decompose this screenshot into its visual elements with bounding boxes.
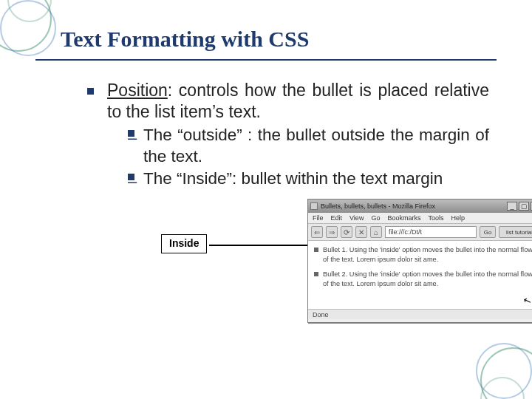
browser-title-text: Bullets, bullets, bullets - Mozilla Fire… xyxy=(321,202,435,210)
maximize-button[interactable]: ▢ xyxy=(519,202,529,211)
menu-view[interactable]: View xyxy=(349,214,364,222)
browser-window: Bullets, bullets, bullets - Mozilla Fire… xyxy=(307,199,532,323)
dash-bullet-icon: – xyxy=(128,130,134,137)
go-button[interactable]: Go xyxy=(480,226,496,238)
home-button[interactable]: ⌂ xyxy=(370,226,382,238)
browser-toolbar: ⇐ ⇒ ⟳ ✕ ⌂ file:///c:/Dt/t Go list tutori… xyxy=(308,224,532,241)
forward-button[interactable]: ⇒ xyxy=(326,226,338,238)
slide: Text Formatting with CSS Position: contr… xyxy=(0,0,532,399)
rendered-list-item: Bullet 1. Using the 'inside' option move… xyxy=(314,245,532,264)
menu-bookmarks[interactable]: Bookmarks xyxy=(387,214,420,222)
browser-menubar: File Edit View Go Bookmarks Tools Help xyxy=(308,213,532,224)
list-level2-text: The “Inside”: bullet within the text mar… xyxy=(143,168,489,190)
stop-button[interactable]: ✕ xyxy=(355,226,367,238)
list-level1-text: Position: controls how the bullet is pla… xyxy=(107,80,489,190)
status-text: Done xyxy=(313,311,329,318)
pointer-line xyxy=(209,245,308,246)
list-level2-item: – The “Inside”: bullet within the text m… xyxy=(128,168,489,190)
list-level2-item: – The “outside” : the bullet outside the… xyxy=(128,125,489,168)
square-bullet-icon xyxy=(87,88,94,95)
slide-title: Text Formatting with CSS xyxy=(35,22,497,61)
menu-help[interactable]: Help xyxy=(451,214,465,222)
cursor-icon: ↖ xyxy=(522,294,532,307)
figure-row: Inside Bullets, bullets, bullets - Mozil… xyxy=(87,199,489,324)
rendered-list-text: Bullet 1. Using the 'inside' option move… xyxy=(323,245,532,264)
back-button[interactable]: ⇐ xyxy=(311,226,323,238)
browser-statusbar: Done xyxy=(308,309,532,319)
list-level2-text: The “outside” : the bullet outside the m… xyxy=(143,125,489,168)
list-level1-item: Position: controls how the bullet is pla… xyxy=(87,80,489,190)
address-bar[interactable]: file:///c:/Dt/t xyxy=(385,226,477,238)
window-controls: _ ▢ ✕ xyxy=(507,202,532,211)
inside-label-box: Inside xyxy=(161,234,207,253)
menu-edit[interactable]: Edit xyxy=(331,214,343,222)
list-square-icon xyxy=(314,272,318,276)
minimize-button[interactable]: _ xyxy=(507,202,517,211)
menu-go[interactable]: Go xyxy=(371,214,380,222)
dash-bullet-icon: – xyxy=(128,174,134,180)
reload-button[interactable]: ⟳ xyxy=(341,226,352,238)
browser-titlebar: Bullets, bullets, bullets - Mozilla Fire… xyxy=(308,200,532,213)
rendered-list-item: Bullet 2. Using the 'inside' option move… xyxy=(314,270,532,288)
app-icon xyxy=(310,202,318,210)
underlined-term: Position xyxy=(107,81,168,100)
bookmark-button[interactable]: list tutorial xyxy=(499,226,532,238)
menu-tools[interactable]: Tools xyxy=(428,214,443,222)
slide-content: Position: controls how the bullet is pla… xyxy=(35,80,497,324)
rendered-list-text: Bullet 2. Using the 'inside' option move… xyxy=(323,270,532,288)
list-square-icon xyxy=(314,248,318,252)
browser-viewport: Bullet 1. Using the 'inside' option move… xyxy=(308,241,532,309)
menu-file[interactable]: File xyxy=(313,214,324,222)
